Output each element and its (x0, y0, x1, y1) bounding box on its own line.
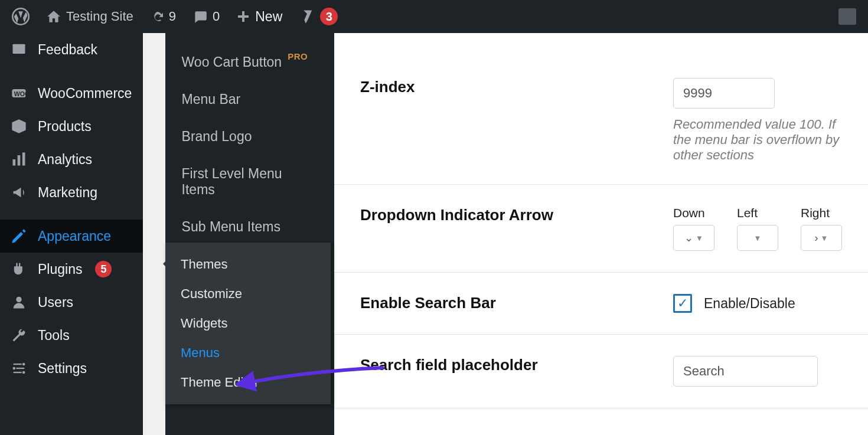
subcol-item-menu-bar[interactable]: Menu Bar (165, 81, 334, 118)
search-enable-label: Enable Search Bar (360, 294, 673, 313)
zindex-input[interactable] (673, 78, 775, 109)
products-icon (11, 118, 27, 135)
site-name-link[interactable]: Testing Site (40, 0, 139, 33)
sidebar-item-label: Marketing (38, 185, 97, 201)
yoast-link[interactable]: 3 (293, 0, 344, 33)
plugins-icon (11, 261, 27, 277)
arrow-left-select[interactable]: ▼ (737, 225, 778, 251)
sidebar-item-label: Tools (38, 328, 70, 344)
tools-icon (11, 327, 27, 344)
sidebar-item-marketing[interactable]: Marketing (0, 176, 143, 209)
arrow-down-label: Down (673, 206, 714, 220)
sidebar-item-label: Appearance (38, 228, 111, 244)
comments-count: 0 (213, 9, 220, 24)
admin-bar: Testing Site 9 0 New 3 (0, 0, 868, 33)
chevron-down-icon: ▼ (754, 234, 762, 243)
settings-icon (11, 360, 27, 377)
updates-icon (150, 9, 164, 24)
subcol-item-brand-logo[interactable]: Brand Logo (165, 118, 334, 155)
appearance-flyout: Themes Customize Widgets Menus Theme Edi… (165, 243, 331, 404)
sidebar-item-label: Users (38, 295, 73, 310)
arrow-left-label: Left (737, 206, 778, 220)
sidebar-item-analytics[interactable]: Analytics (0, 143, 143, 176)
marketing-icon (11, 184, 27, 201)
woocommerce-icon: WOO (11, 85, 27, 102)
plugins-update-count: 5 (95, 261, 112, 277)
right-notifications[interactable] (833, 0, 862, 33)
flyout-item-menus[interactable]: Menus (165, 338, 331, 368)
search-placeholder-input[interactable] (673, 356, 818, 387)
subcol-item-first-level[interactable]: First Level Menu Items (165, 155, 334, 208)
svg-rect-2 (15, 47, 23, 48)
svg-rect-1 (13, 44, 25, 54)
chevron-down-icon: ▼ (696, 234, 703, 243)
analytics-icon (11, 151, 27, 168)
sidebar-item-users[interactable]: Users (0, 286, 143, 319)
row-dropdown-arrow: Dropdown Indicator Arrow Down ⌄ ▼ Left ▼ (334, 185, 868, 273)
arrow-down-select[interactable]: ⌄ ▼ (673, 225, 714, 251)
search-placeholder-label: Search field placeholder (360, 356, 673, 387)
feedback-icon (11, 41, 27, 58)
wordpress-logo[interactable] (6, 0, 35, 33)
content-shell: Feedback WOO WooCommerce Products Analyt… (0, 33, 868, 435)
admin-sidebar: Feedback WOO WooCommerce Products Analyt… (0, 33, 143, 435)
flyout-item-customize[interactable]: Customize (165, 279, 331, 309)
row-zindex: Z-index Recommended value 100. If the me… (334, 57, 868, 185)
search-enable-checkbox[interactable]: ✓ (673, 294, 692, 313)
sidebar-item-label: Feedback (38, 42, 97, 58)
arrow-right-select[interactable]: › ▼ (801, 225, 842, 251)
row-search-bar: Enable Search Bar ✓ Enable/Disable (334, 273, 868, 335)
sidebar-item-label: Analytics (38, 152, 92, 168)
arrow-right-label: Right (801, 206, 842, 220)
site-name: Testing Site (66, 9, 133, 24)
svg-rect-12 (16, 368, 24, 369)
svg-point-11 (22, 363, 25, 366)
sidebar-item-woocommerce[interactable]: WOO WooCommerce (0, 77, 143, 110)
users-icon (11, 294, 27, 310)
flyout-item-widgets[interactable]: Widgets (165, 309, 331, 338)
sidebar-item-plugins[interactable]: Plugins 5 (0, 253, 143, 286)
svg-point-13 (13, 367, 16, 370)
pro-badge: PRO (288, 51, 308, 61)
sidebar-item-appearance[interactable]: Appearance (0, 220, 143, 253)
zindex-hint: Recommended value 100. If the menu bar i… (673, 117, 842, 163)
svg-point-15 (22, 371, 25, 374)
sidebar-item-products[interactable]: Products (0, 110, 143, 143)
svg-rect-10 (14, 364, 22, 365)
arrow-label: Dropdown Indicator Arrow (360, 206, 673, 251)
comment-icon (192, 9, 208, 24)
flyout-item-theme-editor[interactable]: Theme Editor (165, 368, 331, 397)
wordpress-icon (12, 8, 30, 25)
sidebar-item-label: Products (38, 119, 92, 135)
sub-item-label: Woo Cart Button (182, 54, 282, 70)
flyout-item-themes[interactable]: Themes (165, 250, 331, 279)
notifications-icon (838, 8, 856, 25)
plus-icon (236, 9, 250, 24)
chevron-down-icon: ▼ (821, 234, 828, 243)
svg-rect-6 (13, 159, 16, 166)
appearance-icon (11, 228, 27, 244)
arrow-right-glyph: › (815, 232, 818, 244)
subcol-item-sub-menu[interactable]: Sub Menu Items (165, 208, 334, 246)
subcol-item-woo-cart[interactable]: Woo Cart Button PRO (165, 44, 334, 81)
new-label: New (255, 9, 282, 25)
sidebar-item-settings[interactable]: Settings (0, 352, 143, 385)
sidebar-item-feedback[interactable]: Feedback (0, 33, 143, 66)
svg-rect-14 (14, 372, 22, 373)
svg-rect-8 (22, 152, 25, 165)
comments-link[interactable]: 0 (187, 0, 226, 33)
sidebar-item-label: Settings (38, 361, 87, 377)
row-search-placeholder: Search field placeholder (334, 335, 868, 408)
arrow-down-glyph: ⌄ (684, 231, 693, 244)
svg-text:WOO: WOO (14, 90, 27, 97)
yoast-badge: 3 (320, 8, 338, 25)
sidebar-item-label: Plugins (38, 261, 82, 277)
sidebar-item-tools[interactable]: Tools (0, 319, 143, 352)
settings-panel: Z-index Recommended value 100. If the me… (334, 33, 868, 435)
updates-link[interactable]: 9 (144, 0, 182, 33)
svg-rect-3 (15, 50, 20, 51)
yoast-icon (299, 8, 315, 25)
svg-point-9 (16, 297, 21, 302)
new-content-link[interactable]: New (230, 0, 288, 33)
updates-count: 9 (169, 9, 176, 24)
